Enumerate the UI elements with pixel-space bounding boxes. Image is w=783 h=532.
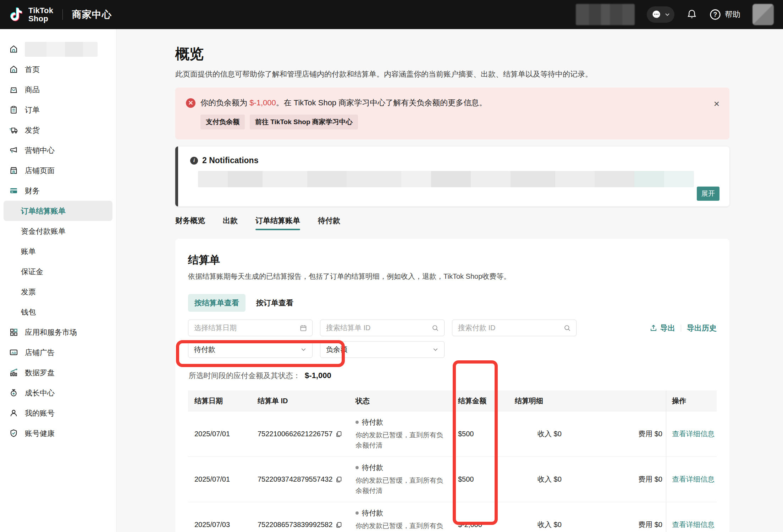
home-icon — [9, 65, 18, 74]
sidebar-item-growth-center[interactable]: 成长中心 — [0, 383, 116, 403]
status-dot — [355, 421, 359, 424]
payment-id-search[interactable] — [452, 320, 577, 336]
shield-health-icon — [9, 428, 18, 438]
date-range-picker[interactable] — [188, 320, 313, 336]
alert-message: 你的负余额为 $-1,000。在 TikTok Shop 商家学习中心了解有关负… — [200, 98, 487, 108]
statement-id: 7522086573839992582 — [258, 521, 332, 529]
sidebar-item-label: 钱包 — [21, 307, 36, 317]
balance-filter-select[interactable]: 负余额 — [320, 341, 445, 358]
col-header-action: 操作 — [666, 390, 717, 411]
tiktok-shop-logo[interactable]: TikTok Shop — [9, 6, 53, 23]
view-details-link[interactable]: 查看详细信息 — [672, 429, 715, 439]
account-avatar[interactable] — [752, 4, 774, 25]
sidebar-item-label: 店铺页面 — [25, 166, 55, 176]
sidebar-item-shop-page[interactable]: 店铺页面 — [0, 160, 116, 181]
sidebar-item-wallet[interactable]: 钱包 — [4, 302, 112, 322]
go-to-learning-center-button[interactable]: 前往 TikTok Shop 商家学习中心 — [250, 115, 358, 129]
view-by-order-button[interactable]: 按订单查看 — [250, 294, 300, 312]
export-button[interactable]: 导出 — [650, 323, 675, 333]
sidebar-item-label: 账单 — [21, 246, 36, 256]
sidebar-item-order-settlement[interactable]: 订单结算账单 — [4, 201, 112, 221]
settlement-table: 结算日期 结算单 ID 状态 结算金额 结算明细 操作 2025/07/01 7… — [188, 390, 717, 532]
date-input[interactable] — [194, 324, 296, 332]
finance-tabs: 财务概览 出款 订单结算账单 待付款 — [175, 216, 729, 230]
sidebar-item-account-health[interactable]: 账号健康 — [0, 423, 116, 443]
sidebar-item-label: 订单 — [25, 105, 40, 115]
statement-id: 7522100662621226757 — [258, 430, 332, 438]
sidebar-item-orders[interactable]: 订单 — [0, 100, 116, 120]
view-details-link[interactable]: 查看详细信息 — [672, 520, 715, 530]
sidebar-item-fund-payment[interactable]: 资金付款账单 — [4, 221, 112, 241]
negative-balance-amount: $-1,000 — [249, 98, 276, 107]
summary-value: $-1,000 — [305, 371, 331, 380]
help-label: 帮助 — [725, 9, 740, 20]
error-circle-icon: ✕ — [186, 98, 195, 108]
pay-negative-balance-button[interactable]: 支付负余额 — [200, 115, 245, 129]
page-title: 概览 — [175, 44, 729, 63]
copy-icon[interactable] — [335, 521, 342, 528]
sidebar-item-deposit[interactable]: 保证金 — [4, 261, 112, 282]
status-dot — [355, 466, 359, 469]
status-filter-select[interactable]: 待付款 — [188, 341, 313, 358]
sidebar-item-analytics[interactable]: 数据罗盘 — [0, 362, 116, 383]
col-header-statement-id: 结算单 ID — [251, 396, 349, 406]
view-toggle: 按结算单查看 按订单查看 — [188, 294, 717, 312]
status-filter-value: 待付款 — [194, 345, 215, 354]
shopping-bag-icon — [9, 85, 18, 94]
search-icon — [563, 324, 571, 332]
sidebar-item-products[interactable]: 商品 — [0, 79, 116, 100]
divider — [681, 325, 681, 332]
col-header-amount: 结算金额 — [452, 396, 508, 406]
logo-text: TikTok Shop — [28, 6, 53, 23]
status-note: 你的发款已暂缓，直到所有负余额付清 — [355, 475, 445, 496]
sidebar-item-label: 营销中心 — [25, 145, 55, 155]
copy-icon[interactable] — [335, 431, 342, 438]
statement-id-search[interactable] — [320, 320, 445, 336]
balance-filter-value: 负余额 — [326, 345, 347, 354]
sidebar-item-label: 商品 — [25, 85, 40, 95]
tab-finance-overview[interactable]: 财务概览 — [175, 216, 205, 230]
sidebar-item-marketing[interactable]: 营销中心 — [0, 140, 116, 160]
sidebar-item-label: 订单结算账单 — [21, 206, 66, 216]
bar-chart-icon — [9, 368, 18, 377]
sidebar-item-app-market[interactable]: 应用和服务市场 — [0, 322, 116, 342]
view-details-link[interactable]: 查看详细信息 — [672, 475, 715, 484]
sidebar-item-invoice[interactable]: 发票 — [4, 282, 112, 302]
payment-id-input[interactable] — [458, 324, 560, 332]
sidebar-item-shop-redacted[interactable] — [0, 39, 116, 59]
settlement-date: 2025/07/01 — [188, 430, 251, 438]
sidebar-nav: 首页 商品 订单 发货 营销中心 店铺页面 财务 订单结算账单 资金付款账单 账… — [0, 29, 116, 532]
income-value: 收入 $0 — [537, 429, 562, 439]
sidebar-item-shipping[interactable]: 发货 — [0, 120, 116, 140]
negative-balance-alert: ✕ 你的负余额为 $-1,000。在 TikTok Shop 商家学习中心了解有… — [175, 88, 729, 139]
help-button[interactable]: ? 帮助 — [709, 9, 740, 21]
settlement-card: 结算单 依据结算账期每天生成的已结算报告，包括了订单的结算明细，例如收入，退款，… — [175, 239, 729, 532]
expand-notifications-button[interactable]: 展开 — [697, 187, 719, 201]
notification-bell-button[interactable] — [686, 9, 697, 20]
close-icon[interactable]: × — [714, 99, 719, 109]
svg-text:?: ? — [713, 11, 717, 18]
status-dot — [355, 511, 359, 515]
truck-icon — [9, 125, 18, 135]
sidebar-item-shop-ads[interactable]: AD 店铺广告 — [0, 342, 116, 362]
medal-icon — [9, 388, 18, 398]
export-history-link[interactable]: 导出历史 — [687, 323, 717, 333]
copy-icon[interactable] — [335, 476, 342, 483]
header-divider — [62, 9, 63, 20]
tab-pending-payment[interactable]: 待付款 — [318, 216, 340, 230]
bell-icon — [686, 9, 697, 20]
notifications-card: i 2 Notifications 展开 — [175, 146, 729, 206]
chevron-down-icon — [300, 347, 307, 353]
view-by-statement-button[interactable]: 按结算单查看 — [188, 294, 246, 312]
tab-payouts[interactable]: 出款 — [223, 216, 238, 230]
sidebar-item-home[interactable]: 首页 — [0, 59, 116, 79]
statement-id-input[interactable] — [326, 324, 428, 332]
sidebar-item-label: 账号健康 — [25, 428, 55, 438]
sidebar-item-finance[interactable]: 财务 — [0, 181, 116, 201]
sidebar-item-bills[interactable]: 账单 — [4, 241, 112, 261]
redacted-shop-name — [25, 42, 98, 57]
tab-order-settlement[interactable]: 订单结算账单 — [255, 216, 300, 230]
sidebar-item-my-account[interactable]: 我的账号 — [0, 403, 116, 423]
status-note: 你的发款已暂缓，直到所有负余额付清 — [355, 521, 445, 532]
chat-menu-button[interactable] — [647, 6, 674, 23]
